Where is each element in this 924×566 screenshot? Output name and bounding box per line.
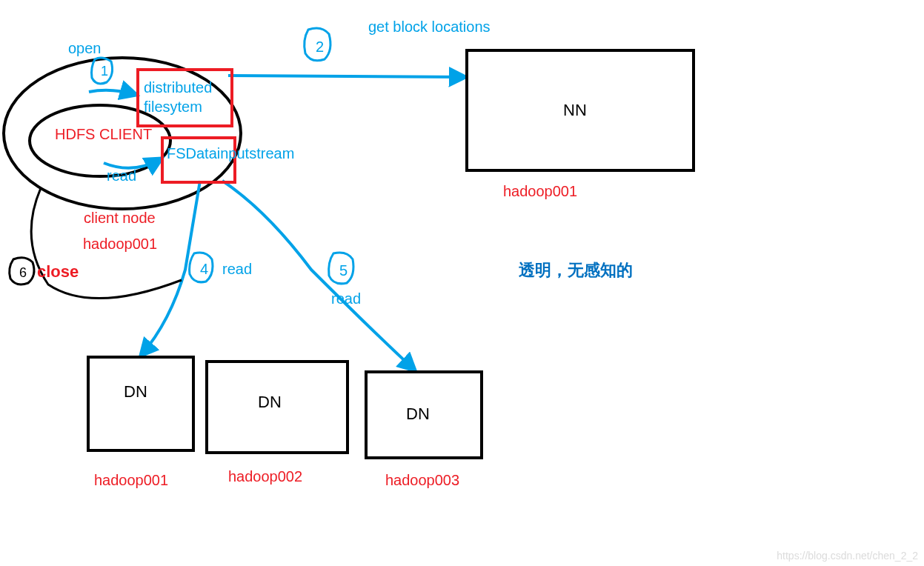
label-get-block-locations: get block locations [368,19,491,36]
label-dn1-hadoop: hadoop001 [94,472,168,489]
label-distributed-filesystem-line2: filesytem [144,98,202,116]
label-read4: read [222,261,252,278]
label-chinese-note: 透明，无感知的 [519,259,633,282]
label-nn: NN [563,101,587,120]
label-dn2: DN [258,393,282,412]
diagram-canvas: 1 2 4 5 6 open get block locations read … [0,0,924,566]
label-read5: read [331,290,361,307]
label-read-ellipse: read [107,167,136,184]
label-distributed-filesystem-line1: distributed [144,79,212,96]
label-client-node: client node [84,210,156,227]
label-dn1: DN [124,382,147,402]
label-dn3-hadoop: hadoop003 [385,472,459,489]
svg-text:2: 2 [316,39,324,55]
svg-text:5: 5 [339,262,348,279]
label-dn2-hadoop: hadoop002 [228,468,302,485]
label-close: close [37,262,79,282]
label-fs-datainputstream: FSDatainputstream [167,145,294,162]
svg-text:6: 6 [19,265,27,280]
svg-text:4: 4 [200,261,208,277]
watermark: https://blog.csdn.net/chen_2_2 [777,550,918,562]
box-dn1 [87,356,195,452]
label-open: open [68,40,102,57]
svg-text:1: 1 [101,64,108,79]
label-dn3: DN [406,404,430,424]
label-nn-hadoop: hadoop001 [503,183,577,200]
label-hdfs-client: HDFS CLIENT [55,126,152,143]
label-client-hadoop: hadoop001 [83,236,157,253]
